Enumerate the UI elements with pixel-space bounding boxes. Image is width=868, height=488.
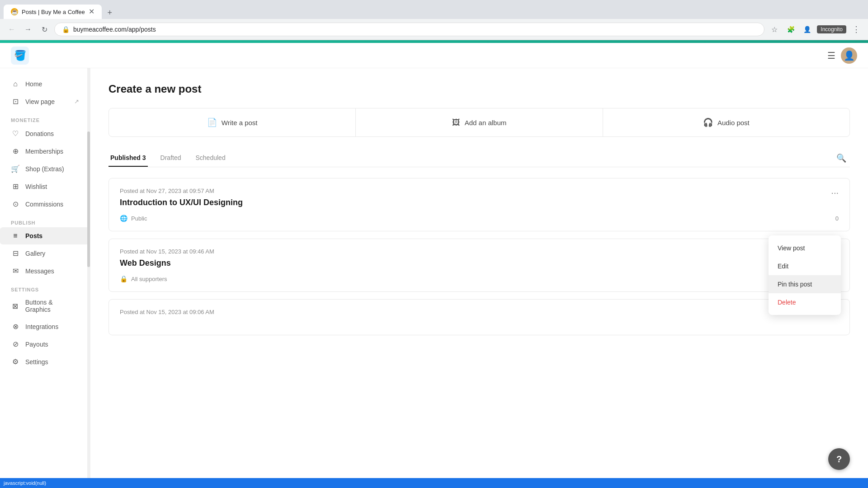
browser-toolbar: ← → ↻ 🔒 buymeacoffee.com/app/posts ☆ 🧩 👤… — [0, 19, 868, 40]
app-layout: ⌂ Home ⊡ View page ↗ MONETIZE ♡ Donation… — [0, 68, 868, 478]
profile-icon[interactable]: 👤 — [801, 23, 813, 36]
forward-button[interactable]: → — [22, 23, 34, 36]
sidebar-item-messages-label: Messages — [25, 267, 54, 275]
sidebar-item-shop-extras[interactable]: 🛒 Shop (Extras) — [0, 160, 90, 178]
sidebar-item-wishlist[interactable]: ⊞ Wishlist — [0, 178, 90, 195]
write-post-label: Write a post — [222, 119, 258, 127]
sidebar-item-donations-label: Donations — [25, 130, 54, 137]
bookmark-icon[interactable]: ☆ — [768, 23, 781, 36]
browser-chrome: ☕ Posts | Buy Me a Coffee ✕ + ← → ↻ 🔒 bu… — [0, 0, 868, 40]
sidebar-item-view-page[interactable]: ⊡ View page ↗ — [0, 93, 90, 110]
sidebar-item-shop-extras-label: Shop (Extras) — [25, 165, 64, 173]
home-icon: ⌂ — [11, 80, 20, 88]
monetize-section-label: MONETIZE — [0, 110, 90, 125]
tab-drafted[interactable]: Drafted — [159, 150, 183, 167]
write-post-option[interactable]: 📄 Write a post — [109, 108, 356, 136]
sidebar-item-wishlist-label: Wishlist — [25, 183, 47, 190]
messages-icon: ✉ — [11, 267, 20, 275]
site-logo: 🪣 — [11, 47, 29, 65]
extension-icon[interactable]: 🧩 — [784, 23, 797, 36]
post-2-title: Web Designs — [120, 258, 839, 268]
sidebar-item-commissions-label: Commissions — [25, 201, 63, 208]
page-title: Create a new post — [108, 83, 850, 95]
sidebar-item-buttons-graphics-label: Buttons & Graphics — [25, 299, 79, 313]
post-2-visibility-icon: 🔒 — [120, 275, 127, 282]
browser-tab-active[interactable]: ☕ Posts | Buy Me a Coffee ✕ — [4, 5, 102, 19]
dropdown-edit[interactable]: Edit — [769, 257, 841, 275]
tab-published[interactable]: Published 3 — [108, 150, 148, 167]
sidebar-item-posts[interactable]: ≡ Posts — [0, 227, 90, 244]
url-text: buymeacoffee.com/app/posts — [73, 26, 757, 33]
posts-icon: ≡ — [11, 232, 20, 240]
sidebar-item-commissions[interactable]: ⊙ Commissions — [0, 195, 90, 213]
dropdown-menu: View post Edit Pin this post Delete — [769, 235, 841, 315]
sidebar-item-integrations[interactable]: ⊗ Integrations — [0, 318, 90, 335]
wishlist-icon: ⊞ — [11, 182, 20, 191]
sidebar-item-gallery[interactable]: ⊟ Gallery — [0, 244, 90, 262]
dropdown-delete[interactable]: Delete — [769, 293, 841, 311]
post-1-title: Introduction to UX/UI Designing — [120, 198, 839, 207]
address-bar[interactable]: 🔒 buymeacoffee.com/app/posts — [54, 23, 764, 36]
status-bar: javascript:void(null) — [0, 478, 868, 488]
top-bar-left: 🪣 — [11, 47, 29, 65]
post-card-2: Posted at Nov 15, 2023 at 09:46 AM Web D… — [108, 239, 850, 292]
post-1-visibility: Public — [131, 215, 147, 222]
menu-dots-icon[interactable]: ⋮ — [850, 23, 863, 36]
tab-title: Posts | Buy Me a Coffee — [22, 9, 85, 15]
post-1-footer: 🌐 Public 0 — [120, 215, 839, 222]
sidebar-item-buttons-graphics[interactable]: ⊠ Buttons & Graphics — [0, 294, 90, 318]
back-button[interactable]: ← — [5, 23, 18, 36]
post-1-likes: 0 — [835, 215, 839, 222]
sidebar-scrollbar-track[interactable] — [87, 68, 90, 478]
hamburger-menu[interactable]: ☰ — [827, 50, 835, 61]
add-album-option[interactable]: 🖼 Add an album — [356, 108, 603, 136]
secure-icon: 🔒 — [62, 26, 70, 33]
dropdown-pin-post[interactable]: Pin this post — [769, 275, 841, 293]
sidebar-item-payouts[interactable]: ⊘ Payouts — [0, 335, 90, 353]
sidebar-item-posts-label: Posts — [25, 232, 42, 239]
publish-section-label: PUBLISH — [0, 213, 90, 227]
post-2-visibility: All supporters — [131, 276, 167, 282]
post-card-3: Posted at Nov 15, 2023 at 09:06 AM ··· — [108, 299, 850, 335]
sidebar: ⌂ Home ⊡ View page ↗ MONETIZE ♡ Donation… — [0, 68, 90, 478]
gallery-icon: ⊟ — [11, 249, 20, 258]
audio-post-icon: 🎧 — [703, 117, 713, 127]
sidebar-item-view-page-label: View page — [25, 98, 55, 105]
new-tab-button[interactable]: + — [104, 6, 116, 19]
help-button[interactable]: ? — [828, 448, 850, 470]
add-album-icon: 🖼 — [452, 118, 460, 127]
sidebar-item-messages[interactable]: ✉ Messages — [0, 262, 90, 280]
shop-extras-icon: 🛒 — [11, 164, 20, 173]
integrations-icon: ⊗ — [11, 322, 20, 331]
post-2-meta: Posted at Nov 15, 2023 at 09:46 AM — [120, 248, 839, 255]
refresh-button[interactable]: ↻ — [38, 23, 51, 36]
tab-close-button[interactable]: ✕ — [89, 8, 94, 15]
audio-post-label: Audio post — [717, 119, 750, 127]
post-2-footer: 🔒 All supporters 0 Like 0 Comment — [120, 275, 839, 282]
post-1-more-button[interactable]: ··· — [827, 186, 842, 200]
search-icon[interactable]: 🔍 — [833, 150, 850, 167]
add-album-label: Add an album — [465, 119, 507, 127]
top-bar-right: ☰ 👤 — [827, 47, 857, 64]
dropdown-view-post[interactable]: View post — [769, 239, 841, 257]
incognito-badge: Incognito — [817, 25, 846, 33]
sidebar-item-gallery-label: Gallery — [25, 250, 45, 257]
main-content: Create a new post 📄 Write a post 🖼 Add a… — [90, 68, 868, 478]
sidebar-item-donations[interactable]: ♡ Donations — [0, 125, 90, 142]
status-text: javascript:void(null) — [4, 480, 46, 486]
user-avatar[interactable]: 👤 — [841, 47, 857, 64]
memberships-icon: ⊕ — [11, 147, 20, 155]
sidebar-item-memberships[interactable]: ⊕ Memberships — [0, 142, 90, 160]
sidebar-item-settings-label: Settings — [25, 358, 48, 366]
toolbar-icons: ☆ 🧩 👤 Incognito ⋮ — [768, 23, 863, 36]
sidebar-scrollbar-thumb[interactable] — [87, 131, 90, 267]
sidebar-item-home[interactable]: ⌂ Home — [0, 75, 90, 93]
tab-favicon: ☕ — [11, 8, 18, 15]
sidebar-item-settings[interactable]: ⚙ Settings — [0, 353, 90, 371]
external-link-icon: ↗ — [74, 98, 79, 105]
tab-scheduled[interactable]: Scheduled — [194, 150, 227, 167]
donations-icon: ♡ — [11, 129, 20, 138]
post-1-stats: 0 — [835, 215, 839, 222]
audio-post-option[interactable]: 🎧 Audio post — [603, 108, 849, 136]
top-bar: 🪣 ☰ 👤 — [0, 43, 868, 68]
